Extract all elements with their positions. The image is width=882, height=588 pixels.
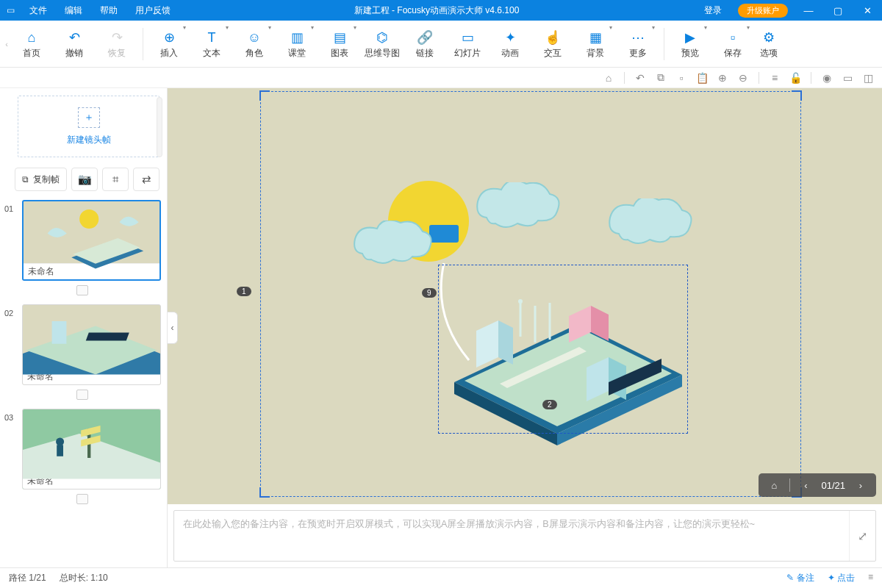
slide-thumb-2[interactable]: 02 未命名 [3, 304, 161, 401]
svg-point-0 [79, 209, 98, 229]
menu-edit[interactable]: 编辑 [56, 0, 91, 21]
interact-button[interactable]: ☝交互 [531, 21, 574, 67]
svg-rect-12 [57, 445, 63, 456]
canvas-toolbar: ⌂ ↶ ⧉ ▫ 📋 ⊕ ⊖ ≡ 🔓 ◉ ▭ ◫ [0, 68, 882, 88]
plus-icon: ＋ [78, 107, 100, 128]
path-marker[interactable]: 9 [422, 288, 437, 298]
home-icon[interactable]: ⌂ [600, 70, 617, 86]
status-click-button[interactable]: ✦ 点击 [828, 572, 855, 584]
window-controls: ― ▢ ✕ [794, 5, 882, 16]
status-notes-button[interactable]: ✎ 备注 [786, 572, 814, 584]
status-menu-icon[interactable]: ≡ [868, 572, 873, 584]
svg-rect-6 [52, 321, 67, 344]
copy-frame-button[interactable]: ⧉复制帧 [15, 168, 67, 191]
class-button[interactable]: ▾▥课堂 [276, 21, 318, 67]
pager-count: 01/21 [821, 480, 845, 491]
role-button[interactable]: ▾☺角色 [233, 21, 276, 67]
clipboard-icon[interactable]: 📋 [694, 70, 710, 86]
preview-button[interactable]: ▾▶预览 [669, 21, 711, 67]
path-marker[interactable]: 1 [237, 287, 251, 296]
login-link[interactable]: 登录 [694, 4, 732, 17]
cloud-shape[interactable] [606, 198, 694, 253]
slide-panel: ＋ 新建镜头帧 ⧉复制帧 📷 ⌗ ⇄ 01 未命名 02 未命名 [0, 88, 168, 567]
cloud-shape[interactable] [351, 220, 432, 272]
side-scroll[interactable] [157, 97, 162, 157]
zoom-in-icon[interactable]: ⊕ [714, 70, 731, 86]
menu-file[interactable]: 文件 [21, 0, 56, 21]
link-button[interactable]: 🔗链接 [404, 21, 446, 67]
pager-home-icon[interactable]: ⌂ [766, 480, 782, 491]
upgrade-button[interactable]: 升级账户 [738, 4, 788, 18]
new-frame-button[interactable]: ＋ 新建镜头帧 [18, 96, 159, 157]
notes-panel: 在此处输入您的备注内容，在预览时开启双屏模式，可以实现A屏全屏播放演示内容，B屏… [173, 510, 876, 562]
more-button[interactable]: ▾⋯更多 [617, 21, 659, 67]
object-selection[interactable] [438, 265, 688, 434]
save-button[interactable]: ▾▫保存 [711, 21, 754, 67]
pager-prev-icon[interactable]: ‹ [797, 480, 814, 491]
paste-icon[interactable]: ▫ [673, 70, 689, 86]
close-button[interactable]: ✕ [853, 5, 882, 16]
align-icon[interactable]: ≡ [767, 70, 783, 86]
slide-thumb-3[interactable]: 03 未命名 [3, 409, 161, 506]
pager-next-icon[interactable]: › [853, 480, 869, 491]
chart-button[interactable]: ▾▤图表 [318, 21, 361, 67]
transition-icon[interactable] [76, 285, 88, 295]
camera-frame-button[interactable]: 📷 [71, 168, 98, 191]
camera-icon[interactable]: ◉ [819, 70, 835, 86]
usb-shape[interactable] [429, 225, 459, 243]
transition-icon[interactable] [76, 390, 88, 400]
animation-button[interactable]: ✦动画 [489, 21, 531, 67]
background-button[interactable]: ▾▦背景 [574, 21, 617, 67]
transition-icon[interactable] [76, 494, 88, 504]
slide-button[interactable]: ▭幻灯片 [446, 21, 489, 67]
collapse-sidebar-button[interactable]: ‹ [168, 312, 178, 344]
swap-frame-button[interactable]: ⇄ [133, 168, 159, 191]
expand-notes-icon[interactable]: ⤢ [849, 511, 875, 561]
menu-feedback[interactable]: 用户反馈 [126, 0, 179, 21]
home-button[interactable]: ⌂首页 [10, 21, 53, 67]
status-path: 路径 1/21 [9, 572, 46, 584]
canvas[interactable]: 1 9 2 ⌂ ‹ 01/21 › [168, 88, 882, 504]
zoom-out-icon[interactable]: ⊖ [735, 70, 751, 86]
insert-button[interactable]: ▾⊕插入 [148, 21, 190, 67]
copy-icon[interactable]: ⧉ [653, 70, 669, 86]
svg-point-11 [56, 437, 64, 445]
undo-button[interactable]: ↶撤销 [53, 21, 96, 67]
maximize-button[interactable]: ▢ [823, 5, 853, 16]
qr-frame-button[interactable]: ⌗ [102, 168, 129, 191]
path-marker[interactable]: 2 [542, 400, 557, 409]
toolbar-scroll-left[interactable]: ‹ [3, 40, 10, 49]
text-button[interactable]: ▾T文本 [190, 21, 233, 67]
status-bar: 路径 1/21 总时长: 1:10 ✎ 备注 ✦ 点击 ≡ [0, 567, 882, 588]
title-bar: ▭ 文件 编辑 帮助 用户反馈 新建工程 - Focusky动画演示大师 v4.… [0, 0, 882, 21]
menu-help[interactable]: 帮助 [91, 0, 126, 21]
mindmap-button[interactable]: ⌬思维导图 [361, 21, 404, 67]
rotate-left-icon[interactable]: ↶ [632, 70, 648, 86]
svg-marker-9 [81, 426, 100, 437]
redo-button[interactable]: ↷恢复 [96, 21, 138, 67]
menu-bar: 文件 编辑 帮助 用户反馈 [21, 0, 179, 21]
grid-icon[interactable]: ◫ [860, 70, 876, 86]
main-toolbar: ‹ ⌂首页 ↶撤销 ↷恢复 ▾⊕插入 ▾T文本 ▾☺角色 ▾▥课堂 ▾▤图表 ⌬… [0, 21, 882, 68]
app-icon: ▭ [0, 5, 21, 15]
window-title: 新建工程 - Focusky动画演示大师 v4.6.100 [179, 4, 694, 17]
slide-thumb-1[interactable]: 01 未命名 [3, 200, 161, 297]
minimize-button[interactable]: ― [794, 5, 823, 16]
lock-icon[interactable]: 🔓 [787, 70, 803, 86]
options-button[interactable]: ⚙选项 [754, 21, 784, 67]
notes-input[interactable]: 在此处输入您的备注内容，在预览时开启双屏模式，可以实现A屏全屏播放演示内容，B屏… [174, 511, 849, 561]
status-duration: 总时长: 1:10 [60, 572, 108, 584]
layers-icon[interactable]: ▭ [839, 70, 856, 86]
canvas-pager: ⌂ ‹ 01/21 › [759, 473, 876, 497]
cloud-shape[interactable] [473, 182, 562, 237]
svg-rect-5 [86, 332, 129, 340]
